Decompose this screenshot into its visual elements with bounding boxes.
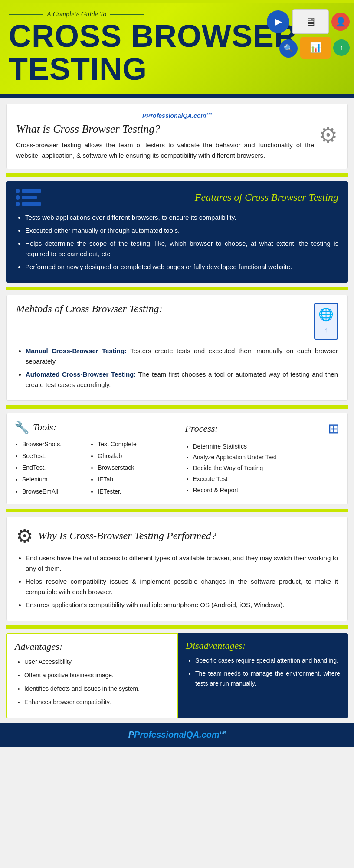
why-title: Why Is Cross-Browser Testing Performed? bbox=[38, 530, 216, 542]
upload-icon: ↑ bbox=[333, 39, 350, 56]
header-section: A Complete Guide To CROSS BROWSER TESTIN… bbox=[0, 3, 354, 94]
tool-item-5: EndTest. bbox=[22, 462, 93, 473]
advantages-title: Advantages: bbox=[15, 641, 169, 652]
methods-section: Mehtods of Cross Browser Testing: 🌐↑ Man… bbox=[6, 295, 348, 401]
tool-item-10: IETester. bbox=[98, 486, 169, 497]
why-list: End users have the wilful access to diff… bbox=[16, 553, 338, 610]
methods-list: Manual Cross-Browser Testing: Testers cr… bbox=[16, 346, 338, 390]
feature-item-3: Helps determine the scope of the testing… bbox=[25, 238, 338, 259]
divider-5 bbox=[6, 625, 348, 629]
divider-1 bbox=[6, 173, 348, 177]
method-item-1: Manual Cross-Browser Testing: Testers cr… bbox=[26, 346, 338, 367]
footer: PProfessionalQA.comTM bbox=[0, 723, 354, 747]
tool-item-8: IETab. bbox=[98, 474, 169, 485]
process-title: Process: bbox=[185, 423, 218, 434]
adv-item-2: Offers a positive business image. bbox=[24, 670, 169, 681]
tools-col: 🔧 Tools: BrowserShots. Test Complete See… bbox=[6, 413, 177, 504]
brand-name: PProfessionalQA.comTM bbox=[142, 112, 212, 119]
what-is-section: PProfessionalQA.comTM ⚙ What is Cross Br… bbox=[6, 104, 348, 169]
dis-item-1: Specific cases require special attention… bbox=[195, 656, 340, 666]
adv-item-1: User Accessibility. bbox=[24, 657, 169, 667]
process-icon: ⊞ bbox=[328, 420, 340, 437]
process-item-1: Determine Statistics bbox=[193, 441, 340, 452]
why-section: ⚙ Why Is Cross-Browser Testing Performed… bbox=[6, 517, 348, 621]
disadvantages-title: Disadvantages: bbox=[186, 640, 340, 651]
features-section: Features of Cross Browser Testing Tests … bbox=[6, 181, 348, 283]
browser-upload-icon: 🌐↑ bbox=[314, 303, 338, 340]
features-list: Tests web applications over different br… bbox=[16, 212, 338, 272]
tool-item-7: Selenium. bbox=[22, 474, 93, 485]
gear-icon: ⚙ bbox=[318, 123, 338, 148]
footer-brand: PProfessionalQA.comTM bbox=[7, 730, 347, 740]
process-col: Process: ⊞ Determine Statistics Analyze … bbox=[177, 413, 348, 504]
header-icons: ▶ 🖥 👤 🔍 📊 ↑ bbox=[254, 9, 350, 59]
features-title: Features of Cross Browser Testing bbox=[47, 192, 338, 203]
advantages-col: Advantages: User Accessibility. Offers a… bbox=[6, 633, 178, 718]
chart-icon: 📊 bbox=[300, 37, 331, 59]
methods-header: Mehtods of Cross Browser Testing: 🌐↑ bbox=[16, 303, 338, 340]
search-icon: 🔍 bbox=[279, 39, 298, 58]
tools-header: 🔧 Tools: bbox=[14, 420, 169, 435]
dis-item-2: The team needs to manage the environment… bbox=[195, 669, 340, 689]
adv-item-4: Enhances browser compatibility. bbox=[24, 697, 169, 708]
adv-dis-row: Advantages: User Accessibility. Offers a… bbox=[6, 633, 348, 718]
line-icon-2 bbox=[22, 196, 37, 199]
process-header: Process: ⊞ bbox=[185, 420, 340, 437]
tool-item-2: Test Complete bbox=[98, 439, 169, 450]
tools-icon: 🔧 bbox=[14, 420, 30, 435]
line-icon-3 bbox=[22, 202, 41, 206]
header-border-bottom bbox=[0, 94, 354, 98]
line-icon-1 bbox=[22, 189, 41, 193]
feature-item-4: Performed on newly designed or completed… bbox=[25, 262, 338, 272]
feature-item-1: Tests web applications over different br… bbox=[25, 212, 338, 223]
why-gear-icon: ⚙ bbox=[16, 525, 33, 547]
monitor-icon: 🖥 bbox=[292, 9, 329, 34]
tool-item-3: SeeTest. bbox=[22, 451, 93, 462]
tools-list: BrowserShots. Test Complete SeeTest. Gho… bbox=[14, 439, 169, 497]
divider-4 bbox=[6, 509, 348, 512]
why-item-1: End users have the wilful access to diff… bbox=[26, 553, 338, 574]
tool-item-1: BrowserShots. bbox=[22, 439, 93, 450]
method-item-2: Automated Cross-Browser Testing: The tea… bbox=[26, 369, 338, 390]
tool-item-6: Browserstack bbox=[98, 462, 169, 473]
tool-item-4: Ghostlab bbox=[98, 451, 169, 462]
dot-icon-3 bbox=[16, 202, 20, 206]
advantages-list: User Accessibility. Offers a positive bu… bbox=[15, 657, 169, 708]
process-item-2: Analyze Application Under Test bbox=[193, 452, 340, 463]
process-item-5: Record & Report bbox=[193, 485, 340, 496]
tool-item-9: BrowseEmAll. bbox=[22, 486, 93, 497]
browser-icon-1: ▶ bbox=[267, 10, 289, 33]
why-item-2: Helps resolve compatibility issues & imp… bbox=[26, 576, 338, 597]
brand-bar: PProfessionalQA.comTM bbox=[16, 112, 338, 119]
lines-icon bbox=[16, 189, 41, 206]
person-icon: 👤 bbox=[331, 13, 350, 31]
process-item-4: Execute Test bbox=[193, 474, 340, 484]
dot-icon-2 bbox=[16, 195, 20, 200]
disadvantages-list: Specific cases require special attention… bbox=[186, 656, 340, 689]
dot-icon-1 bbox=[16, 189, 20, 193]
disadvantages-col: Disadvantages: Specific cases require sp… bbox=[178, 633, 348, 718]
process-item-3: Decide the Way of Testing bbox=[193, 463, 340, 474]
why-item-3: Ensures application's compatibility with… bbox=[26, 600, 338, 610]
divider-2 bbox=[6, 287, 348, 290]
methods-title: Mehtods of Cross Browser Testing: bbox=[16, 303, 162, 315]
why-header: ⚙ Why Is Cross-Browser Testing Performed… bbox=[16, 525, 338, 547]
tools-title: Tools: bbox=[33, 422, 56, 433]
features-header: Features of Cross Browser Testing bbox=[16, 189, 338, 206]
adv-item-3: Identifies defects and issues in the sys… bbox=[24, 683, 169, 694]
what-is-title: What is Cross Browser Testing? bbox=[16, 123, 338, 136]
process-list: Determine Statistics Analyze Application… bbox=[185, 441, 340, 496]
feature-item-2: Executed either manually or through auto… bbox=[25, 225, 338, 236]
tools-process-row: 🔧 Tools: BrowserShots. Test Complete See… bbox=[6, 413, 348, 504]
divider-3 bbox=[6, 405, 348, 409]
what-is-body: Cross-browser testing allows the team of… bbox=[16, 140, 338, 161]
